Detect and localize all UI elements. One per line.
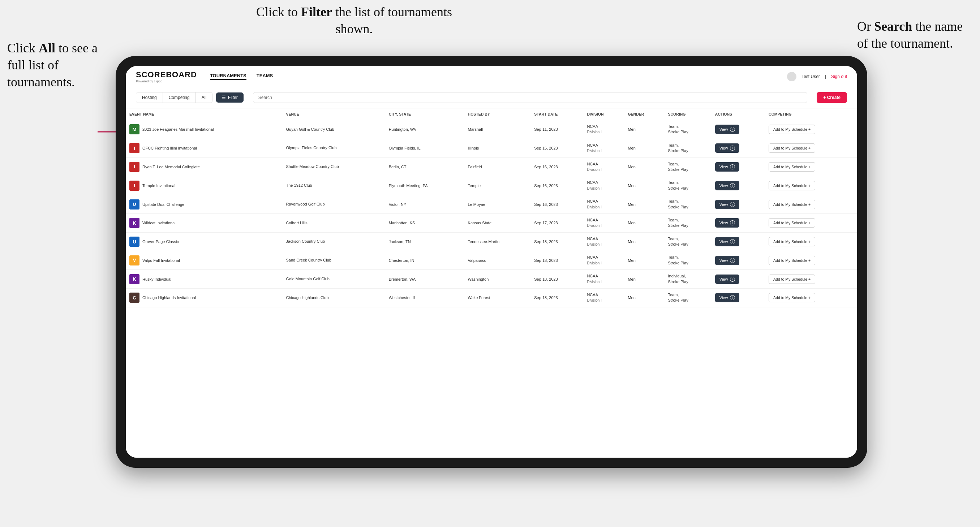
cell-venue-1: Olympia Fields Country Club xyxy=(283,139,385,157)
view-button-2[interactable]: View i xyxy=(715,162,739,171)
cell-competing-5: Add to My Schedule + xyxy=(765,213,857,232)
cell-hosted-1: Illinois xyxy=(465,139,531,157)
cell-hosted-6: Tennessee-Martin xyxy=(465,232,531,251)
table-header-row: EVENT NAME VENUE CITY, STATE HOSTED BY S… xyxy=(126,108,857,120)
cell-event-name-2: I Ryan T. Lee Memorial Collegiate xyxy=(126,157,283,176)
info-icon-2: i xyxy=(730,164,735,170)
table-row: K Wildcat Invitational Colbert Hills Man… xyxy=(126,213,857,232)
cell-competing-0: Add to My Schedule + xyxy=(765,120,857,139)
team-logo-9: C xyxy=(129,292,140,303)
col-city-state: CITY, STATE xyxy=(385,108,465,120)
cell-event-name-8: K Husky Individual xyxy=(126,270,283,289)
toolbar: Hosting Competing All ☰ Filter + Create xyxy=(126,87,857,108)
table-row: C Chicago Highlands Invitational Chicago… xyxy=(126,289,857,307)
cell-gender-3: Men xyxy=(624,176,664,195)
sign-out-link[interactable]: Sign out xyxy=(831,74,847,79)
col-gender: GENDER xyxy=(624,108,664,120)
search-input[interactable] xyxy=(253,92,808,103)
filter-icon: ☰ xyxy=(222,95,226,100)
filter-label: Filter xyxy=(228,95,238,100)
cell-venue-5: Colbert Hills xyxy=(283,213,385,232)
cell-date-0: Sep 11, 2023 xyxy=(530,120,583,139)
cell-scoring-7: Team,Stroke Play xyxy=(664,251,711,270)
cell-division-6: NCAADivision I xyxy=(583,232,624,251)
cell-venue-0: Guyan Golf & Country Club xyxy=(283,120,385,139)
cell-division-1: NCAADivision I xyxy=(583,139,624,157)
cell-gender-4: Men xyxy=(624,195,664,214)
add-schedule-button-5[interactable]: Add to My Schedule + xyxy=(768,218,815,227)
annotation-left: Click All to see a full list of tourname… xyxy=(7,40,108,90)
event-name-text-0: 2023 Joe Feaganes Marshall Invitational xyxy=(142,127,214,132)
add-schedule-button-2[interactable]: Add to My Schedule + xyxy=(768,162,815,171)
cell-date-9: Sep 18, 2023 xyxy=(530,289,583,307)
filter-button[interactable]: ☰ Filter xyxy=(216,92,243,103)
view-button-1[interactable]: View i xyxy=(715,143,739,153)
cell-date-2: Sep 16, 2023 xyxy=(530,157,583,176)
cell-competing-4: Add to My Schedule + xyxy=(765,195,857,214)
cell-scoring-1: Team,Stroke Play xyxy=(664,139,711,157)
tab-competing[interactable]: Competing xyxy=(163,92,196,103)
cell-actions-8: View i xyxy=(711,270,765,289)
cell-event-name-7: V Valpo Fall Invitational xyxy=(126,251,283,270)
table-row: I OFCC Fighting Illini Invitational Olym… xyxy=(126,139,857,157)
cell-date-6: Sep 18, 2023 xyxy=(530,232,583,251)
view-button-5[interactable]: View i xyxy=(715,218,739,227)
view-button-7[interactable]: View i xyxy=(715,256,739,265)
cell-date-4: Sep 16, 2023 xyxy=(530,195,583,214)
create-button[interactable]: + Create xyxy=(817,92,847,103)
cell-city-7: Chesterton, IN xyxy=(385,251,465,270)
cell-actions-6: View i xyxy=(711,232,765,251)
view-button-9[interactable]: View i xyxy=(715,293,739,302)
cell-city-1: Olympia Fields, IL xyxy=(385,139,465,157)
cell-gender-8: Men xyxy=(624,270,664,289)
add-schedule-button-7[interactable]: Add to My Schedule + xyxy=(768,256,815,265)
tab-all[interactable]: All xyxy=(196,92,212,103)
info-icon-3: i xyxy=(730,183,735,188)
add-schedule-button-9[interactable]: Add to My Schedule + xyxy=(768,293,815,302)
view-button-3[interactable]: View i xyxy=(715,181,739,190)
cell-actions-4: View i xyxy=(711,195,765,214)
logo-area: SCOREBOARD Powered by clippd xyxy=(136,70,197,83)
cell-scoring-5: Team,Stroke Play xyxy=(664,213,711,232)
add-schedule-button-0[interactable]: Add to My Schedule + xyxy=(768,125,815,134)
cell-division-4: NCAADivision I xyxy=(583,195,624,214)
tab-hosting[interactable]: Hosting xyxy=(136,92,163,103)
cell-gender-9: Men xyxy=(624,289,664,307)
cell-city-9: Westchester, IL xyxy=(385,289,465,307)
add-schedule-button-3[interactable]: Add to My Schedule + xyxy=(768,181,815,190)
annotation-top: Click to Filter the list of tournaments … xyxy=(253,3,455,38)
add-schedule-button-6[interactable]: Add to My Schedule + xyxy=(768,237,815,246)
cell-actions-3: View i xyxy=(711,176,765,195)
event-name-text-9: Chicago Highlands Invitational xyxy=(142,295,196,300)
nav-teams[interactable]: TEAMS xyxy=(256,73,273,80)
cell-venue-6: Jackson Country Club xyxy=(283,232,385,251)
cell-city-0: Huntington, WV xyxy=(385,120,465,139)
nav-tournaments[interactable]: TOURNAMENTS xyxy=(210,73,247,80)
cell-event-name-5: K Wildcat Invitational xyxy=(126,213,283,232)
cell-city-6: Jackson, TN xyxy=(385,232,465,251)
add-schedule-button-8[interactable]: Add to My Schedule + xyxy=(768,275,815,284)
cell-hosted-2: Fairfield xyxy=(465,157,531,176)
table-container: EVENT NAME VENUE CITY, STATE HOSTED BY S… xyxy=(126,108,857,458)
view-button-0[interactable]: View i xyxy=(715,125,739,134)
cell-scoring-3: Team,Stroke Play xyxy=(664,176,711,195)
top-nav: SCOREBOARD Powered by clippd TOURNAMENTS… xyxy=(126,66,857,87)
add-schedule-button-1[interactable]: Add to My Schedule + xyxy=(768,143,815,153)
add-schedule-button-4[interactable]: Add to My Schedule + xyxy=(768,200,815,209)
info-icon-6: i xyxy=(730,239,735,244)
cell-actions-5: View i xyxy=(711,213,765,232)
view-button-8[interactable]: View i xyxy=(715,275,739,284)
view-button-4[interactable]: View i xyxy=(715,200,739,209)
info-icon-5: i xyxy=(730,220,735,225)
col-venue: VENUE xyxy=(283,108,385,120)
logo-text: SCOREBOARD xyxy=(136,70,197,79)
info-icon-9: i xyxy=(730,295,735,300)
cell-competing-2: Add to My Schedule + xyxy=(765,157,857,176)
event-name-text-1: OFCC Fighting Illini Invitational xyxy=(142,146,197,150)
cell-event-name-9: C Chicago Highlands Invitational xyxy=(126,289,283,307)
team-logo-0: M xyxy=(129,124,140,134)
event-name-text-3: Temple Invitational xyxy=(142,184,175,188)
cell-division-5: NCAADivision I xyxy=(583,213,624,232)
view-button-6[interactable]: View i xyxy=(715,237,739,246)
nav-right: Test User | Sign out xyxy=(787,72,847,81)
